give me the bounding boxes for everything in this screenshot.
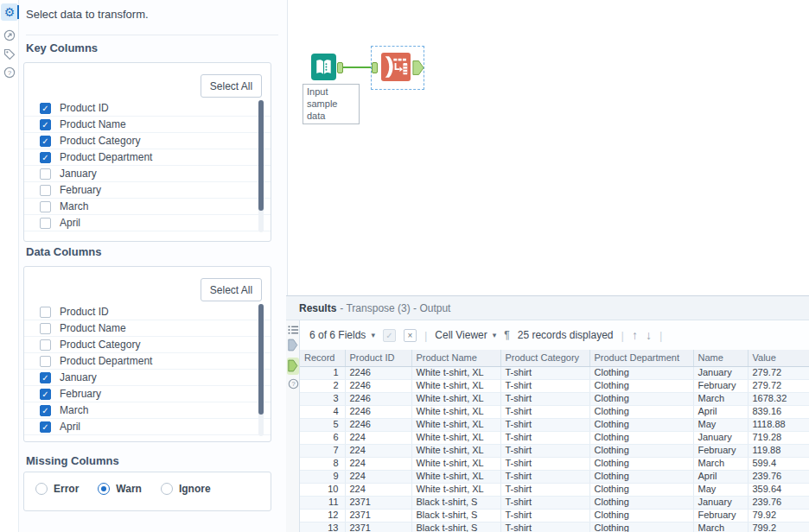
column-item-april[interactable]: ✓April xyxy=(24,419,271,435)
checkbox-unchecked[interactable] xyxy=(40,339,51,351)
fields-dropdown[interactable]: 6 of 6 Fields▾ xyxy=(309,329,375,341)
table-row[interactable]: 112371Black t-shirt, ST-shirtClothingJan… xyxy=(300,496,809,509)
key-columns-scrollbar[interactable] xyxy=(258,100,264,232)
metadata-list-icon[interactable] xyxy=(286,325,300,335)
table-row[interactable]: 132371Black t-shirt, ST-shirtClothingMar… xyxy=(300,522,809,532)
table-row[interactable]: 122371Black t-shirt, ST-shirtClothingFeb… xyxy=(300,509,809,522)
scrollbar-thumb[interactable] xyxy=(258,304,264,415)
radio-unselected[interactable] xyxy=(161,483,173,495)
table-cell: 359.64 xyxy=(748,483,809,496)
column-label: Product Department xyxy=(60,151,152,163)
column-item-february[interactable]: February xyxy=(24,182,271,199)
column-item-january[interactable]: ✓January xyxy=(24,370,271,386)
checkbox-unchecked[interactable] xyxy=(40,218,51,229)
checkbox-checked[interactable]: ✓ xyxy=(40,389,51,400)
scrollbar-thumb[interactable] xyxy=(258,100,264,211)
table-row[interactable]: 6224White t-shirt, XLT-shirtClothingJanu… xyxy=(300,431,809,444)
checkbox-unchecked[interactable] xyxy=(40,356,51,367)
column-item-product-id[interactable]: ✓Product ID xyxy=(24,100,271,117)
table-cell: 2 xyxy=(300,379,345,392)
radio-option-error[interactable]: Error xyxy=(35,483,79,495)
input-data-tool[interactable] xyxy=(311,54,336,80)
scroll-down-icon[interactable]: ↓ xyxy=(646,328,652,342)
table-cell: 2371 xyxy=(345,522,411,532)
checkbox-checked[interactable]: ✓ xyxy=(40,103,51,114)
column-header-value[interactable]: Value xyxy=(748,350,809,366)
checkbox-checked[interactable]: ✓ xyxy=(40,372,51,383)
results-help-icon[interactable]: ? xyxy=(286,378,300,390)
table-cell: April xyxy=(693,405,748,418)
checkbox-unchecked[interactable] xyxy=(40,168,51,180)
transpose-tool[interactable] xyxy=(381,53,411,81)
table-cell: 5 xyxy=(300,418,345,431)
tool-annotation[interactable]: Input sample data xyxy=(303,84,360,124)
checkbox-checked[interactable]: ✓ xyxy=(40,421,51,433)
table-row[interactable]: 32246White t-shirt, XLT-shirtClothingMar… xyxy=(300,392,809,405)
output-connection-anchor-icon[interactable] xyxy=(286,359,300,372)
connection-line[interactable] xyxy=(343,66,372,68)
navigation-arrow-circle-icon[interactable] xyxy=(1,27,18,44)
config-sidebar: ⚙ ? xyxy=(0,0,19,532)
select-fields-icon[interactable]: ✓ xyxy=(383,329,396,342)
column-header-product-name[interactable]: Product Name xyxy=(411,350,500,366)
column-item-product-category[interactable]: ✓Product Category xyxy=(24,133,271,149)
configuration-gear-icon[interactable]: ⚙ xyxy=(1,3,18,21)
transpose-output-anchor[interactable] xyxy=(412,60,424,76)
column-item-february[interactable]: ✓February xyxy=(24,386,271,402)
column-item-product-category[interactable]: Product Category xyxy=(24,337,271,353)
table-row[interactable]: 9224White t-shirt, XLT-shirtClothingApri… xyxy=(300,470,809,483)
column-item-product-department[interactable]: Product Department xyxy=(24,353,271,370)
column-item-april[interactable]: April xyxy=(24,215,271,231)
column-header-product-id[interactable]: Product ID xyxy=(345,350,411,366)
svg-text:?: ? xyxy=(291,380,295,388)
table-cell: White t-shirt, XL xyxy=(411,457,500,470)
column-item-product-department[interactable]: ✓Product Department xyxy=(24,149,271,166)
help-glyph: ? xyxy=(3,66,16,79)
column-item-product-name[interactable]: ✓Product Name xyxy=(24,117,271,133)
radio-unselected[interactable] xyxy=(35,483,48,495)
column-item-march[interactable]: ✓March xyxy=(24,402,271,419)
data-columns-scrollbar[interactable] xyxy=(258,304,264,436)
checkbox-unchecked[interactable] xyxy=(40,201,51,212)
table-cell: White t-shirt, XL xyxy=(411,431,500,444)
workflow-canvas[interactable] xyxy=(289,0,809,295)
column-item-march[interactable]: March xyxy=(24,199,271,215)
transpose-input-anchor[interactable] xyxy=(372,62,378,73)
deselect-fields-icon[interactable]: × xyxy=(404,329,417,342)
table-row[interactable]: 52246White t-shirt, XLT-shirtClothingMay… xyxy=(300,418,809,431)
column-item-product-name[interactable]: Product Name xyxy=(24,320,271,337)
whitespace-toggle-icon[interactable]: ¶ xyxy=(504,329,509,341)
column-label: Product Department xyxy=(60,355,152,367)
table-row[interactable]: 10224White t-shirt, XLT-shirtClothingMay… xyxy=(300,483,809,496)
scroll-up-icon[interactable]: ↑ xyxy=(632,328,638,342)
checkbox-checked[interactable]: ✓ xyxy=(40,405,51,416)
column-header-product-category[interactable]: Product Category xyxy=(500,350,589,366)
radio-option-ignore[interactable]: Ignore xyxy=(161,483,211,495)
table-row[interactable]: 7224White t-shirt, XLT-shirtClothingFebr… xyxy=(300,444,809,457)
checkbox-unchecked[interactable] xyxy=(40,323,51,334)
table-cell: May xyxy=(693,483,748,496)
help-icon[interactable]: ? xyxy=(1,64,18,81)
checkbox-checked[interactable]: ✓ xyxy=(40,119,51,130)
column-header-name[interactable]: Name xyxy=(693,350,748,366)
column-item-product-id[interactable]: Product ID xyxy=(24,304,271,320)
data-columns-select-all-button[interactable]: Select All xyxy=(201,278,262,301)
cell-viewer-dropdown[interactable]: Cell Viewer▾ xyxy=(435,329,496,341)
table-row[interactable]: 8224White t-shirt, XLT-shirtClothingMarc… xyxy=(300,457,809,470)
radio-option-warn[interactable]: Warn xyxy=(98,483,142,495)
column-item-january[interactable]: January xyxy=(24,166,271,182)
column-header-record[interactable]: Record xyxy=(300,350,345,366)
input-tool-output-anchor[interactable] xyxy=(337,62,343,73)
table-row[interactable]: 22246White t-shirt, XLT-shirtClothingFeb… xyxy=(300,379,809,392)
column-header-product-department[interactable]: Product Department xyxy=(589,350,693,366)
table-row[interactable]: 12246White t-shirt, XLT-shirtClothingJan… xyxy=(300,366,809,379)
checkbox-checked[interactable]: ✓ xyxy=(40,136,51,147)
key-columns-select-all-button[interactable]: Select All xyxy=(201,74,262,98)
input-connection-anchor-icon[interactable] xyxy=(286,339,300,352)
checkbox-unchecked[interactable] xyxy=(40,185,51,196)
annotation-tag-icon[interactable] xyxy=(1,46,18,63)
checkbox-unchecked[interactable] xyxy=(40,307,51,318)
radio-selected[interactable] xyxy=(98,483,110,495)
checkbox-checked[interactable]: ✓ xyxy=(40,152,51,163)
table-row[interactable]: 42246White t-shirt, XLT-shirtClothingApr… xyxy=(300,405,809,418)
